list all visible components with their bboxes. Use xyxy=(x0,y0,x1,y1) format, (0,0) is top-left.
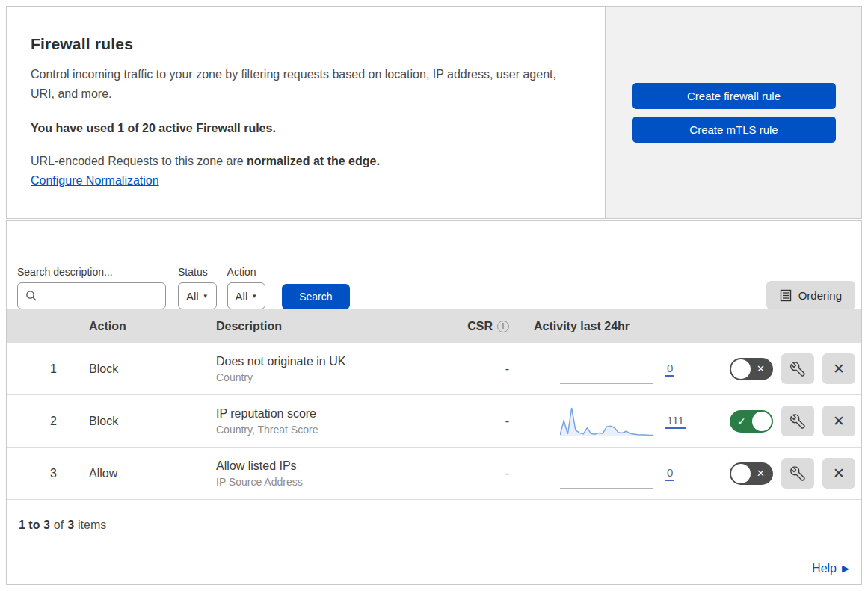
edit-rule-button[interactable] xyxy=(781,406,814,436)
action-dropdown-value: All xyxy=(236,290,248,303)
rule-controls: ✓ ✕ ✕ xyxy=(695,353,861,384)
search-input[interactable] xyxy=(42,290,154,302)
search-group: Search description... xyxy=(17,266,166,309)
toggle-x-icon: ✕ xyxy=(757,358,765,380)
table-header: Action Description CSR i Activity last 2… xyxy=(7,309,861,343)
rule-priority: 2 xyxy=(7,415,78,428)
firewall-header-card: Firewall rules Control incoming traffic … xyxy=(6,6,606,219)
search-button[interactable]: Search xyxy=(282,284,349,309)
rule-priority: 1 xyxy=(7,362,78,376)
wrench-icon xyxy=(790,414,805,429)
rule-activity-cell: 0 xyxy=(515,459,695,489)
column-header-action: Action xyxy=(78,320,205,333)
delete-rule-button[interactable]: ✕ xyxy=(822,406,855,436)
rule-criteria: Country xyxy=(216,371,433,383)
delete-rule-button[interactable]: ✕ xyxy=(822,458,855,489)
status-dropdown[interactable]: All ▼ xyxy=(178,282,217,309)
status-label: Status xyxy=(178,266,217,278)
items-text: items xyxy=(78,519,106,532)
toggle-knob xyxy=(731,464,751,483)
items-range: 1 to 3 xyxy=(19,519,50,532)
rule-description-cell: Does not originate in UK Country xyxy=(205,355,433,383)
rule-description: IP reputation score xyxy=(216,407,433,421)
search-icon xyxy=(25,290,37,302)
rule-activity-cell: 0 xyxy=(515,354,695,384)
help-link[interactable]: Help ▶ xyxy=(812,562,849,575)
rule-csr-value: - xyxy=(433,362,515,376)
rule-csr-value: - xyxy=(433,467,515,480)
table-row: 1 Block Does not originate in UK Country… xyxy=(7,343,861,395)
help-row: Help ▶ xyxy=(7,551,861,585)
ordering-list-icon xyxy=(780,289,792,302)
rule-description: Allow listed IPs xyxy=(216,460,433,473)
rule-criteria: Country, Threat Score xyxy=(216,424,433,436)
close-icon: ✕ xyxy=(833,465,845,482)
rule-controls: ✓ ✕ ✕ xyxy=(695,458,861,489)
rule-enabled-toggle[interactable]: ✓ ✕ xyxy=(730,358,773,380)
edit-rule-button[interactable] xyxy=(781,353,814,384)
rule-description-cell: Allow listed IPs IP Source Address xyxy=(205,460,433,488)
rule-priority: 3 xyxy=(7,467,78,480)
ordering-button[interactable]: Ordering xyxy=(766,281,855,309)
actions-panel: Create firewall rule Create mTLS rule xyxy=(606,6,862,219)
rule-criteria: IP Source Address xyxy=(216,476,433,488)
chevron-down-icon: ▼ xyxy=(251,293,257,300)
of-text: of xyxy=(54,519,64,532)
info-icon[interactable]: i xyxy=(497,321,509,332)
activity-sparkline xyxy=(560,459,653,489)
usage-notice: You have used 1 of 20 active Firewall ru… xyxy=(31,122,575,135)
ordering-button-label: Ordering xyxy=(798,289,842,302)
normalization-text: URL-encoded Requests to this zone are xyxy=(31,155,247,167)
rule-action: Allow xyxy=(78,467,205,480)
wrench-icon xyxy=(790,362,805,377)
toggle-x-icon: ✕ xyxy=(757,462,765,485)
action-label: Action xyxy=(227,266,266,278)
csr-header-label: CSR xyxy=(467,320,493,333)
toggle-knob xyxy=(731,359,751,379)
rule-action: Block xyxy=(78,415,205,428)
column-header-csr: CSR i xyxy=(433,320,515,333)
chevron-down-icon: ▼ xyxy=(203,293,209,300)
activity-sparkline xyxy=(560,405,653,438)
wrench-icon xyxy=(790,466,805,481)
activity-count-link[interactable]: 111 xyxy=(665,414,686,429)
toggle-check-icon: ✓ xyxy=(737,410,746,433)
rules-list-card: Search description... Status All ▼ Actio… xyxy=(6,220,862,585)
rule-enabled-toggle[interactable]: ✓ ✕ xyxy=(730,410,773,433)
top-section: Firewall rules Control incoming traffic … xyxy=(6,6,862,219)
activity-count-link[interactable]: 0 xyxy=(665,362,674,377)
configure-normalization-link[interactable]: Configure Normalization xyxy=(31,174,159,188)
delete-rule-button[interactable]: ✕ xyxy=(822,353,855,384)
rule-description-cell: IP reputation score Country, Threat Scor… xyxy=(205,407,433,436)
column-header-activity: Activity last 24hr xyxy=(515,320,695,333)
items-total: 3 xyxy=(67,519,74,532)
page-description: Control incoming traffic to your zone by… xyxy=(31,65,569,104)
table-row: 3 Allow Allow listed IPs IP Source Addre… xyxy=(7,448,861,500)
normalization-notice: URL-encoded Requests to this zone are no… xyxy=(31,155,575,168)
filter-bar: Search description... Status All ▼ Actio… xyxy=(7,221,861,309)
normalization-bold: normalized at the edge. xyxy=(247,155,380,167)
close-icon: ✕ xyxy=(833,412,845,430)
action-filter-group: Action All ▼ xyxy=(227,266,266,309)
activity-sparkline xyxy=(560,354,653,384)
pagination-summary: 1 to 3 of 3 items xyxy=(7,500,861,551)
status-filter-group: Status All ▼ xyxy=(178,266,217,309)
activity-count-link[interactable]: 0 xyxy=(665,466,674,481)
create-firewall-rule-button[interactable]: Create firewall rule xyxy=(632,83,836,109)
rule-enabled-toggle[interactable]: ✓ ✕ xyxy=(730,462,773,485)
create-mtls-rule-button[interactable]: Create mTLS rule xyxy=(632,117,836,143)
table-row: 2 Block IP reputation score Country, Thr… xyxy=(7,395,861,448)
search-label: Search description... xyxy=(17,266,166,278)
column-header-description: Description xyxy=(205,320,433,333)
action-dropdown[interactable]: All ▼ xyxy=(227,282,266,309)
edit-rule-button[interactable] xyxy=(781,458,814,489)
help-arrow-icon: ▶ xyxy=(842,563,849,574)
search-box[interactable] xyxy=(17,282,166,309)
rule-description: Does not originate in UK xyxy=(216,355,433,368)
toggle-knob xyxy=(752,412,772,431)
help-label: Help xyxy=(812,562,837,575)
status-dropdown-value: All xyxy=(186,290,199,303)
rule-action: Block xyxy=(78,362,205,376)
page-title: Firewall rules xyxy=(31,35,575,53)
close-icon: ✕ xyxy=(833,360,845,377)
